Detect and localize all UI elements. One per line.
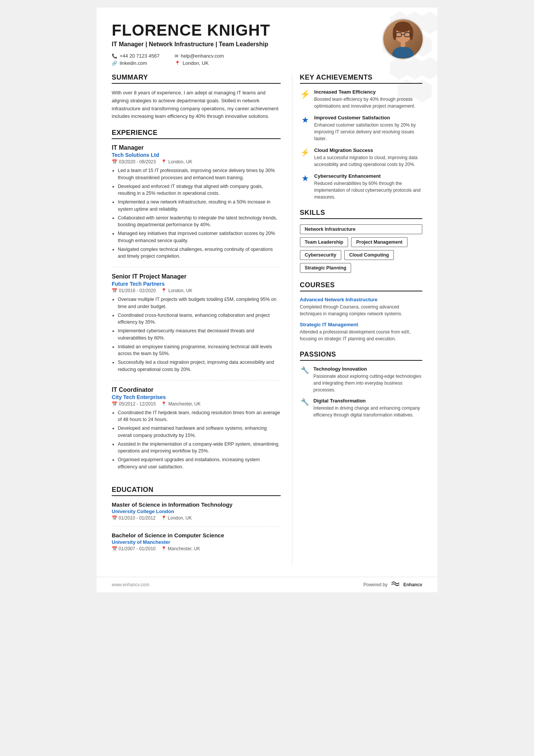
job-2-company: Future Tech Partners bbox=[112, 281, 281, 287]
brand-name: Enhancv bbox=[403, 582, 422, 587]
summary-title: SUMMARY bbox=[112, 74, 281, 84]
skill-network-infrastructure: Network Infrastructure bbox=[300, 224, 422, 234]
skill-cybersecurity: Cybersecurity bbox=[300, 250, 341, 260]
achievement-3-text: Led a successful migration to cloud, imp… bbox=[314, 154, 422, 168]
passion-1-icon: 🔧 bbox=[300, 366, 310, 393]
email-icon: ✉ bbox=[175, 53, 178, 59]
job-3-location: 📍 Manchester, UK bbox=[161, 401, 200, 407]
job-1: IT Manager Tech Solutions Ltd 📅 03/2020 … bbox=[112, 144, 281, 267]
course-1: Advanced Network Infrastructure Complete… bbox=[300, 297, 422, 317]
job-3-company: City Tech Enterprises bbox=[112, 394, 281, 400]
loc-icon: 📍 bbox=[161, 546, 167, 551]
contact-info: 📞 +44 20 7123 4567 🔗 linkedin.com ✉ help… bbox=[112, 53, 422, 66]
passion-2-content: Digital Transformation Interested in dri… bbox=[314, 398, 422, 418]
footer-website: www.enhancv.com bbox=[112, 582, 149, 587]
course-2-text: Attended a professional development cour… bbox=[300, 329, 422, 342]
job-2-date: 📅 01/2016 - 02/2020 bbox=[112, 288, 156, 293]
edu-2-date: 📅 01/2007 - 01/2010 bbox=[112, 546, 156, 551]
achievement-4-content: Cybersecurity Enhancement Reduced vulner… bbox=[314, 173, 422, 200]
passion-2-text: Interested in driving change and enhanci… bbox=[314, 405, 422, 418]
title-part3: Team Leadership bbox=[219, 41, 268, 47]
candidate-name: FLORENCE KNIGHT bbox=[112, 21, 422, 39]
edu-1-degree: Master of Science in Information Technol… bbox=[112, 501, 281, 508]
loc-icon: 📍 bbox=[161, 515, 167, 521]
job-3-date: 📅 05/2012 - 12/2015 bbox=[112, 401, 156, 407]
right-column: KEY ACHIEVEMENTS ⚡ Increased Team Effici… bbox=[292, 74, 422, 565]
achievement-4-text: Reduced vulnerabilities by 60% through t… bbox=[314, 180, 422, 200]
passions-title: PASSIONS bbox=[300, 351, 422, 361]
summary-section: SUMMARY With over 8 years of experience,… bbox=[112, 74, 281, 121]
location-text: London, UK bbox=[183, 60, 209, 66]
job-2: Senior IT Project Manager Future Tech Pa… bbox=[112, 273, 281, 380]
bullet: Managed key initiatives that improved cu… bbox=[118, 230, 281, 244]
job-1-bullets: Led a team of 15 IT professionals, impro… bbox=[112, 167, 281, 260]
footer: www.enhancv.com Powered by Enhancv bbox=[97, 577, 437, 592]
job-2-location: 📍 London, UK bbox=[161, 288, 192, 293]
contact-col-left: 📞 +44 20 7123 4567 🔗 linkedin.com bbox=[112, 53, 159, 66]
courses-title: COURSES bbox=[300, 281, 422, 291]
course-1-text: Completed through Coursera, covering adv… bbox=[300, 304, 422, 317]
edu-2-school: University of Manchester bbox=[112, 539, 281, 545]
email-item: ✉ help@enhancv.com bbox=[175, 53, 224, 59]
svg-point-18 bbox=[392, 47, 414, 58]
powered-by-text: Powered by bbox=[364, 582, 387, 587]
job-2-title: Senior IT Project Manager bbox=[112, 273, 281, 280]
bullet: Organised equipment upgrades and install… bbox=[118, 456, 281, 471]
skill-project-management: Project Management bbox=[351, 237, 407, 247]
loc-icon: 📍 bbox=[161, 159, 167, 164]
cal-icon: 📅 bbox=[112, 288, 117, 293]
resume-content: FLORENCE KNIGHT IT Manager | Network Inf… bbox=[97, 8, 437, 592]
passion-2-title: Digital Transformation bbox=[314, 398, 422, 404]
skill-team-leadership: Team Leadership bbox=[300, 237, 348, 247]
location-icon: 📍 bbox=[175, 61, 180, 66]
achievement-2-text: Enhanced customer satisfaction scores by… bbox=[314, 122, 422, 142]
education-section: EDUCATION Master of Science in Informati… bbox=[112, 486, 281, 557]
achievement-1-icon: ⚡ bbox=[300, 89, 311, 110]
job-3-meta: 📅 05/2012 - 12/2015 📍 Manchester, UK bbox=[112, 401, 281, 407]
experience-section: EXPERIENCE IT Manager Tech Solutions Ltd… bbox=[112, 129, 281, 477]
title-sep1: | bbox=[145, 41, 149, 47]
edu-2-location: 📍 Manchester, UK bbox=[161, 546, 200, 551]
bullet: Implemented a new network infrastructure… bbox=[118, 199, 281, 213]
bullet: Oversaw multiple IT projects with budget… bbox=[118, 296, 281, 310]
bullet: Navigated complex technical challenges, … bbox=[118, 246, 281, 260]
achievement-1-title: Increased Team Efficiency bbox=[314, 89, 422, 95]
experience-title: EXPERIENCE bbox=[112, 129, 281, 139]
edu-1-meta: 📅 01/2010 - 01/2012 📍 London, UK bbox=[112, 515, 281, 521]
cal-icon: 📅 bbox=[112, 401, 117, 407]
linkedin-item: 🔗 linkedin.com bbox=[112, 60, 159, 66]
achievement-3: ⚡ Cloud Migration Success Led a successf… bbox=[300, 147, 422, 168]
avatar bbox=[382, 18, 424, 60]
edu-2: Bachelor of Science in Computer Science … bbox=[112, 532, 281, 557]
achievement-4-title: Cybersecurity Enhancement bbox=[314, 173, 422, 179]
job-1-title: IT Manager bbox=[112, 144, 281, 151]
job-3: IT Coordinator City Tech Enterprises 📅 0… bbox=[112, 387, 281, 477]
avatar-image bbox=[383, 19, 423, 59]
loc-icon: 📍 bbox=[161, 401, 167, 407]
linkedin-url: linkedin.com bbox=[120, 60, 147, 66]
bullet: Successfully led a cloud migration proje… bbox=[118, 359, 281, 373]
phone-item: 📞 +44 20 7123 4567 bbox=[112, 53, 159, 59]
achievement-2: ★ Improved Customer Satisfaction Enhance… bbox=[300, 115, 422, 142]
main-layout: SUMMARY With over 8 years of experience,… bbox=[97, 74, 437, 577]
edu-1-school: University College London bbox=[112, 509, 281, 514]
bullet: Coordinated the IT helpdesk team, reduci… bbox=[118, 409, 281, 424]
course-2: Strategic IT Management Attended a profe… bbox=[300, 322, 422, 342]
passion-1: 🔧 Technology Innovation Passionate about… bbox=[300, 366, 422, 393]
left-column: SUMMARY With over 8 years of experience,… bbox=[112, 74, 292, 565]
job-1-location: 📍 London, UK bbox=[161, 159, 192, 164]
edu-1-location: 📍 London, UK bbox=[161, 515, 192, 521]
bullet: Implemented cybersecurity measures that … bbox=[118, 327, 281, 342]
achievement-4-icon: ★ bbox=[300, 174, 311, 200]
edu-2-degree: Bachelor of Science in Computer Science bbox=[112, 532, 281, 538]
bullet: Coordinated cross-functional teams, enha… bbox=[118, 312, 281, 326]
edu-1: Master of Science in Information Technol… bbox=[112, 501, 281, 527]
passion-1-content: Technology Innovation Passionate about e… bbox=[314, 366, 422, 393]
summary-text: With over 8 years of experience, I am ad… bbox=[112, 89, 281, 121]
bullet: Led a team of 15 IT professionals, impro… bbox=[118, 167, 281, 182]
svg-point-12 bbox=[395, 22, 411, 32]
course-1-title: Advanced Network Infrastructure bbox=[300, 297, 422, 302]
cal-icon: 📅 bbox=[112, 515, 117, 521]
achievement-4: ★ Cybersecurity Enhancement Reduced vuln… bbox=[300, 173, 422, 200]
skill-strategic-planning: Strategic Planning bbox=[300, 263, 351, 273]
